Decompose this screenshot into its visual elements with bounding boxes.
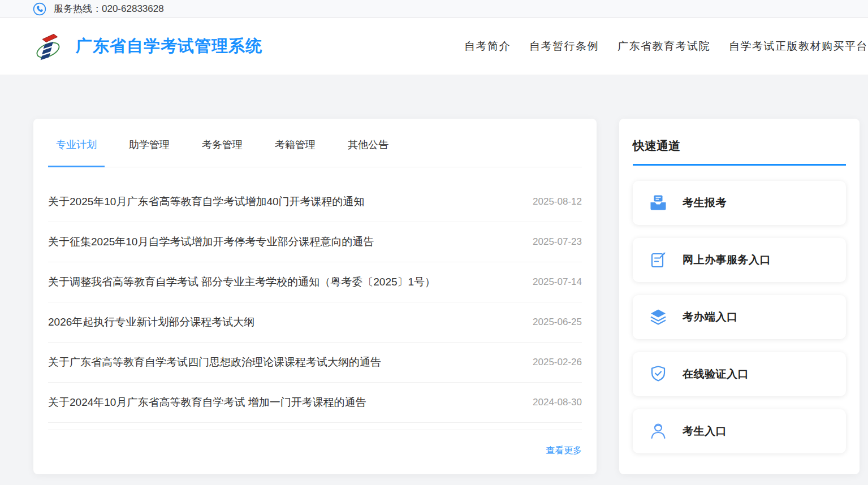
quick-channel-item[interactable]: 网上办事服务入口 xyxy=(633,238,846,282)
announcement-title[interactable]: 关于2024年10月广东省高等教育自学考试 增加一门开考课程的通告 xyxy=(48,395,366,410)
announcement-title[interactable]: 关于2025年10月广东省高等教育自学考试增加40门开考课程的通知 xyxy=(48,194,365,209)
quick-channel-label: 考办端入口 xyxy=(683,310,738,324)
announcement-row: 关于征集2025年10月自学考试增加开考停考专业部分课程意向的通告2025-07… xyxy=(48,222,582,262)
header-nav: 自考简介自考暂行条例广东省教育考试院自学考试正版教材购买平台 xyxy=(464,39,868,54)
announcement-row: 关于2025年10月广东省高等教育自学考试增加40门开考课程的通知2025-08… xyxy=(48,182,582,222)
empty-row-divider xyxy=(48,423,582,430)
site-logo-icon xyxy=(34,31,62,62)
announcement-row: 关于2024年10月广东省高等教育自学考试 增加一门开考课程的通告2024-08… xyxy=(48,383,582,423)
quick-channel-label: 考生报考 xyxy=(683,196,727,210)
announcement-date: 2024-08-30 xyxy=(533,397,582,408)
quick-channel-panel: 快速通道 考生报考网上办事服务入口考办端入口在线验证入口考生入口 xyxy=(619,119,860,474)
nav-link[interactable]: 广东省教育考试院 xyxy=(617,39,710,54)
document-edit-icon xyxy=(649,250,668,270)
quick-channel-underline xyxy=(633,164,846,166)
announcement-tab[interactable]: 考务管理 xyxy=(194,131,251,167)
announcements-panel: 专业计划助学管理考务管理考籍管理其他公告 关于2025年10月广东省高等教育自学… xyxy=(33,119,597,474)
quick-channel-item[interactable]: 考生入口 xyxy=(633,409,846,453)
announcement-tab[interactable]: 考籍管理 xyxy=(267,131,323,167)
site-title: 广东省自学考试管理系统 xyxy=(76,35,262,58)
announcement-title[interactable]: 关于调整我省高等教育自学考试 部分专业主考学校的通知（粤考委〔2025〕1号） xyxy=(48,275,435,289)
person-icon xyxy=(649,422,668,441)
phone-icon xyxy=(33,2,46,16)
quick-channel-label: 考生入口 xyxy=(683,424,727,439)
shield-check-icon xyxy=(649,365,668,384)
announcement-tab[interactable]: 专业计划 xyxy=(48,131,105,167)
quick-channel-label: 在线验证入口 xyxy=(683,367,749,382)
quick-channel-item[interactable]: 考生报考 xyxy=(633,181,846,225)
site-header: 广东省自学考试管理系统 自考简介自考暂行条例广东省教育考试院自学考试正版教材购买… xyxy=(0,18,868,75)
nav-link[interactable]: 自学考试正版教材购买平台 xyxy=(729,39,868,54)
announcement-row: 关于调整我省高等教育自学考试 部分专业主考学校的通知（粤考委〔2025〕1号）2… xyxy=(48,262,582,302)
announcement-date: 2025-07-23 xyxy=(533,236,582,248)
announcement-date: 2025-08-12 xyxy=(533,196,582,207)
more-row: 查看更多 xyxy=(48,445,582,457)
announcement-title[interactable]: 2026年起执行专业新计划部分课程考试大纲 xyxy=(48,315,254,330)
announcement-date: 2025-07-14 xyxy=(533,276,582,288)
announcement-row: 关于广东省高等教育自学考试四门思想政治理论课课程考试大纲的通告2025-02-2… xyxy=(48,343,582,383)
announcement-tab[interactable]: 其他公告 xyxy=(340,131,396,167)
quick-channel-title: 快速通道 xyxy=(633,138,846,154)
nav-link[interactable]: 自考暂行条例 xyxy=(529,39,599,54)
announcement-row: 2026年起执行专业新计划部分课程考试大纲2025-06-25 xyxy=(48,302,582,343)
topbar: 服务热线：020-62833628 xyxy=(0,0,868,18)
quick-channel-item[interactable]: 考办端入口 xyxy=(633,295,846,339)
view-more-link[interactable]: 查看更多 xyxy=(546,445,582,455)
announcement-title[interactable]: 关于广东省高等教育自学考试四门思想政治理论课课程考试大纲的通告 xyxy=(48,355,381,370)
announcement-date: 2025-02-26 xyxy=(533,357,582,368)
layers-icon xyxy=(649,308,668,327)
quick-channel-item[interactable]: 在线验证入口 xyxy=(633,352,846,396)
quick-channel-list: 考生报考网上办事服务入口考办端入口在线验证入口考生入口 xyxy=(633,181,846,453)
nav-link[interactable]: 自考简介 xyxy=(464,39,511,54)
announcement-date: 2025-06-25 xyxy=(533,317,582,328)
announcement-list: 关于2025年10月广东省高等教育自学考试增加40门开考课程的通知2025-08… xyxy=(48,182,582,423)
quick-channel-label: 网上办事服务入口 xyxy=(683,253,771,267)
announcement-title[interactable]: 关于征集2025年10月自学考试增加开考停考专业部分课程意向的通告 xyxy=(48,235,374,249)
main-content: 专业计划助学管理考务管理考籍管理其他公告 关于2025年10月广东省高等教育自学… xyxy=(0,75,868,474)
inbox-icon xyxy=(649,193,668,213)
hotline-text: 服务热线：020-62833628 xyxy=(54,2,164,15)
announcement-tab[interactable]: 助学管理 xyxy=(121,131,178,167)
announcement-tabs: 专业计划助学管理考务管理考籍管理其他公告 xyxy=(48,119,582,167)
